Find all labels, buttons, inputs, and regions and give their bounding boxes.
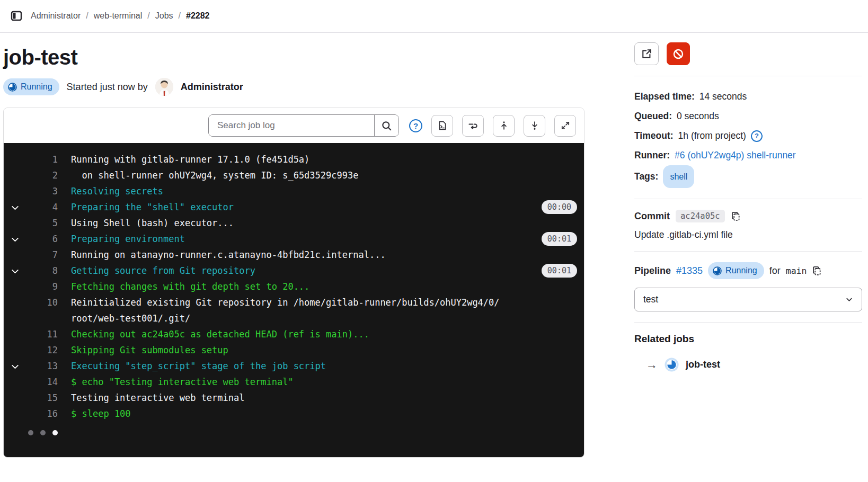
- pipeline-ref[interactable]: main: [786, 266, 807, 276]
- runner-link[interactable]: #6 (ohUY2wg4p) shell-runner: [675, 146, 796, 165]
- log-line-number[interactable]: 7: [26, 247, 58, 263]
- log-line-text: Skipping Git submodules setup: [71, 342, 577, 358]
- related-job-name[interactable]: job-test: [686, 359, 720, 370]
- elapsed-time-label: Elapsed time:: [634, 87, 695, 106]
- cancel-job-button[interactable]: [667, 42, 690, 65]
- commit-label: Commit: [634, 211, 670, 222]
- chevron-down-icon[interactable]: [4, 263, 26, 276]
- log-line-number[interactable]: 8: [26, 263, 58, 279]
- log-line: 11 Checking out ac24a05c as detached HEA…: [4, 326, 584, 342]
- open-raw-external-button[interactable]: [634, 42, 659, 65]
- log-line-text: Running with gitlab-runner 17.1.0 (fe451…: [71, 151, 577, 167]
- breadcrumb-link[interactable]: Administrator: [31, 11, 81, 21]
- log-line-number[interactable]: 12: [26, 342, 58, 358]
- log-line-text[interactable]: Resolving secrets: [71, 183, 577, 199]
- job-log-lines: 1 Running with gitlab-runner 17.1.0 (fe4…: [4, 151, 584, 422]
- chevron-down-icon[interactable]: [4, 231, 26, 244]
- loading-dot: [28, 430, 33, 435]
- log-duration-badge: 00:00: [542, 200, 577, 214]
- wrap-lines-icon: [468, 121, 478, 131]
- fullscreen-button[interactable]: [554, 115, 576, 137]
- external-link-icon: [641, 48, 652, 59]
- job-log-panel: ?: [3, 108, 584, 458]
- log-line-number[interactable]: 13: [26, 358, 58, 374]
- search-help-icon[interactable]: ?: [409, 119, 422, 132]
- scroll-to-bottom-button[interactable]: [524, 115, 545, 137]
- breadcrumb-current: #2282: [186, 11, 210, 21]
- log-line-number[interactable]: 5: [26, 215, 58, 231]
- log-line-number[interactable]: 1: [26, 151, 58, 167]
- avatar[interactable]: [155, 78, 173, 96]
- page-title: job-test: [3, 46, 584, 69]
- pipeline-label: Pipeline: [634, 265, 671, 276]
- copy-icon: [731, 211, 741, 221]
- log-line-number[interactable]: 11: [26, 326, 58, 342]
- timeout-help-icon[interactable]: ?: [751, 130, 763, 142]
- status-badge: Running: [3, 78, 59, 95]
- log-line-number[interactable]: 6: [26, 231, 58, 247]
- breadcrumb: Administrator/web-terminal/Jobs/#2282: [31, 11, 210, 21]
- chevron-down-icon[interactable]: [4, 199, 26, 212]
- fullscreen-icon: [561, 121, 570, 130]
- commit-message: Update .gitlab-ci.yml file: [634, 229, 862, 240]
- log-line: 8 Getting source from Git repository 00:…: [4, 263, 584, 279]
- log-line-text[interactable]: Preparing the "shell" executor: [71, 199, 542, 215]
- log-line: 5 Using Shell (bash) executor...: [4, 215, 584, 231]
- log-line-text: on shell-runner ohUY2wg4, system ID: s_6…: [71, 167, 577, 183]
- related-job-item[interactable]: → job-test: [646, 358, 862, 372]
- log-line-number[interactable]: 9: [26, 279, 58, 294]
- breadcrumb-link[interactable]: Jobs: [155, 11, 173, 21]
- breadcrumb-bar: Administrator/web-terminal/Jobs/#2282: [0, 0, 868, 33]
- log-line-number[interactable]: 16: [26, 406, 58, 422]
- commit-sha-link[interactable]: ac24a05c: [676, 210, 725, 222]
- status-badge-label: Running: [21, 82, 52, 92]
- log-line-text: Reinitialized existing Git repository in…: [71, 294, 577, 326]
- pipeline-status-label: Running: [725, 266, 757, 275]
- elapsed-time-value: 14 seconds: [699, 87, 747, 106]
- log-line: 7 Running on atanayno-runner.c.atanayno-…: [4, 247, 584, 263]
- log-line-text[interactable]: Executing "step_script" stage of the job…: [71, 358, 577, 374]
- log-line-text[interactable]: Getting source from Git repository: [71, 263, 542, 279]
- pipeline-status-badge: Running: [708, 262, 764, 279]
- breadcrumb-separator: /: [86, 11, 88, 21]
- log-line-text[interactable]: Preparing environment: [71, 231, 542, 247]
- chevron-down-icon[interactable]: [4, 358, 26, 371]
- log-line: 6 Preparing environment 00:01: [4, 231, 584, 247]
- log-line: 14 $ echo "Testing interactive web termi…: [4, 374, 584, 390]
- started-text: Started just now by: [67, 82, 148, 93]
- stage-select[interactable]: test: [634, 288, 862, 311]
- copy-commit-sha-button[interactable]: [731, 211, 741, 221]
- scroll-to-top-button[interactable]: [493, 115, 515, 137]
- copy-ref-button[interactable]: [812, 266, 822, 276]
- log-line-number[interactable]: 4: [26, 199, 58, 215]
- log-line-number[interactable]: 3: [26, 183, 58, 199]
- log-duration-badge: 00:01: [542, 264, 577, 278]
- log-line: 15 Testing interactive web terminal: [4, 390, 584, 406]
- scroll-to-top-icon: [499, 121, 509, 130]
- log-line: 12 Skipping Git submodules setup: [4, 342, 584, 358]
- log-line-text: $ echo "Testing interactive web terminal…: [71, 374, 577, 390]
- log-line-number[interactable]: 14: [26, 374, 58, 390]
- queued-value: 0 seconds: [677, 106, 719, 126]
- search-input[interactable]: [209, 115, 374, 136]
- tags-label: Tags:: [634, 167, 658, 186]
- breadcrumb-separator: /: [179, 11, 181, 21]
- pipeline-link[interactable]: #1335: [676, 265, 703, 276]
- log-line: 16 $ sleep 100: [4, 406, 584, 422]
- stage-select-value: test: [643, 294, 658, 305]
- breadcrumb-link[interactable]: web-terminal: [94, 11, 143, 21]
- log-line-number[interactable]: 15: [26, 390, 58, 406]
- arrow-right-icon: →: [646, 358, 658, 372]
- running-status-icon: [665, 358, 679, 372]
- author-name[interactable]: Administrator: [181, 82, 243, 93]
- tag-badge[interactable]: shell: [663, 165, 694, 188]
- log-line-number[interactable]: 10: [26, 294, 58, 310]
- log-line-text: Testing interactive web terminal: [71, 390, 577, 406]
- wrap-lines-button[interactable]: [462, 115, 484, 137]
- search-button[interactable]: [374, 115, 398, 136]
- job-sidebar: Elapsed time: 14 seconds Queued: 0 secon…: [634, 40, 862, 458]
- log-line-number[interactable]: 2: [26, 167, 58, 183]
- sidebar-toggle-icon[interactable]: [10, 9, 23, 23]
- raw-log-button[interactable]: [431, 115, 453, 137]
- copy-icon: [812, 266, 822, 276]
